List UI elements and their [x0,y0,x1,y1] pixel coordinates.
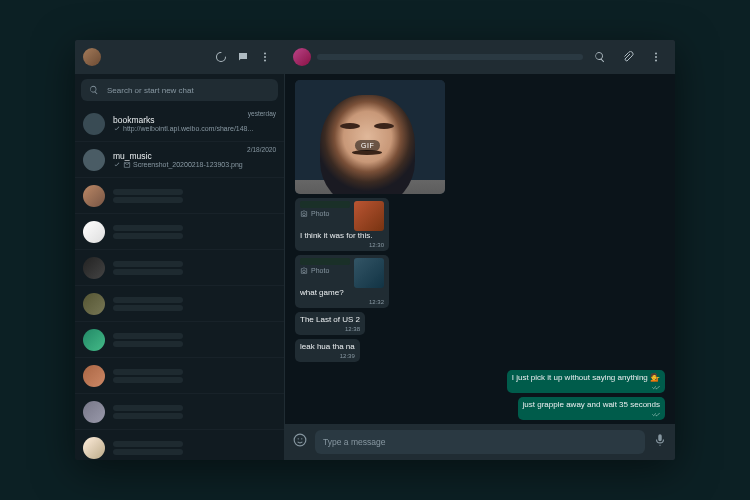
compose-box[interactable] [315,430,645,454]
mic-icon[interactable] [653,433,667,451]
svg-point-2 [264,60,266,62]
chat-list[interactable]: bookmarks http://weibointl.api.weibo.com… [75,106,284,460]
delivered-icon [652,410,660,418]
avatar [83,113,105,135]
chat-item[interactable] [75,214,284,250]
chat-item[interactable] [75,358,284,394]
menu-icon[interactable] [254,46,276,68]
message-time: 12:30 [369,242,384,250]
message-time: 12:39 [340,353,355,361]
svg-point-5 [655,60,657,62]
chat-item[interactable] [75,394,284,430]
search-icon [89,85,99,95]
message-input[interactable] [323,437,637,447]
message-time: 12:38 [345,326,360,334]
chat-item[interactable] [75,322,284,358]
chat-item[interactable] [75,250,284,286]
search-row [75,74,284,106]
status-icon[interactable] [210,46,232,68]
message-text: The Last of US 2 [300,315,360,325]
chat-time: yesterday [248,110,276,117]
search-input[interactable] [99,86,270,95]
sender-name [300,258,350,265]
app-window: bookmarks http://weibointl.api.weibo.com… [75,40,675,460]
chat-item[interactable] [75,430,284,460]
delivered-icon [652,383,660,391]
photo-thumb[interactable] [354,258,384,288]
message-time: 12:32 [369,299,384,307]
avatar [83,149,105,171]
chat-item[interactable] [75,178,284,214]
sender-name [300,201,350,208]
gif-badge: GIF [355,140,380,151]
message-time [650,383,660,391]
composer [285,424,675,460]
chat-preview: Screenshot_20200218-123903.png [113,161,276,169]
chat-header [285,40,675,74]
message-text: leak hua tha na [300,342,355,352]
incoming-message[interactable]: leak hua tha na 12:39 [295,339,360,362]
photo-thumb[interactable] [354,201,384,231]
message-text: what game? [300,288,384,298]
outgoing-message[interactable]: I just pick it up without saying anythin… [507,370,665,393]
svg-point-7 [298,438,299,439]
chat-item[interactable] [75,286,284,322]
svg-point-8 [301,438,302,439]
chat-preview: http://weibointl.api.weibo.com/share/148… [113,125,276,133]
incoming-message[interactable]: Photo what game? 12:32 [295,255,389,308]
search-box[interactable] [81,79,278,101]
message-text: just grapple away and wait 35 seconds [523,400,660,410]
chat-item-music[interactable]: mu_music Screenshot_20200218-123903.png … [75,142,284,178]
photo-label: Photo [300,210,350,219]
chat-item-bookmarks[interactable]: bookmarks http://weibointl.api.weibo.com… [75,106,284,142]
search-chat-icon[interactable] [589,46,611,68]
svg-point-6 [294,434,306,446]
chat-panel: GIF GIPHY 12:30 Photo I think it was for… [285,40,675,460]
gif-image: GIF GIPHY 12:30 [295,80,445,194]
sidebar: bookmarks http://weibointl.api.weibo.com… [75,40,285,460]
outgoing-message[interactable]: just grapple away and wait 35 seconds [518,397,665,420]
svg-point-4 [655,56,657,58]
gif-message[interactable]: GIF GIPHY 12:30 [295,80,445,194]
chat-menu-icon[interactable] [645,46,667,68]
messages[interactable]: GIF GIPHY 12:30 Photo I think it was for… [285,74,675,424]
new-chat-icon[interactable] [232,46,254,68]
message-time [650,410,660,418]
emoji-icon[interactable] [293,433,307,451]
svg-point-1 [264,56,266,58]
sidebar-header [75,40,284,74]
chat-name [317,54,583,60]
svg-point-0 [264,53,266,55]
chat-avatar[interactable] [293,48,311,66]
attach-icon[interactable] [617,46,639,68]
user-avatar[interactable] [83,48,101,66]
incoming-message[interactable]: The Last of US 2 12:38 [295,312,365,335]
message-text: I think it was for this. [300,231,384,241]
message-text: I just pick it up without saying anythin… [512,373,660,383]
chat-time: 2/18/2020 [247,146,276,153]
photo-label: Photo [300,267,350,276]
svg-point-3 [655,53,657,55]
incoming-message[interactable]: Photo I think it was for this. 12:30 [295,198,389,251]
